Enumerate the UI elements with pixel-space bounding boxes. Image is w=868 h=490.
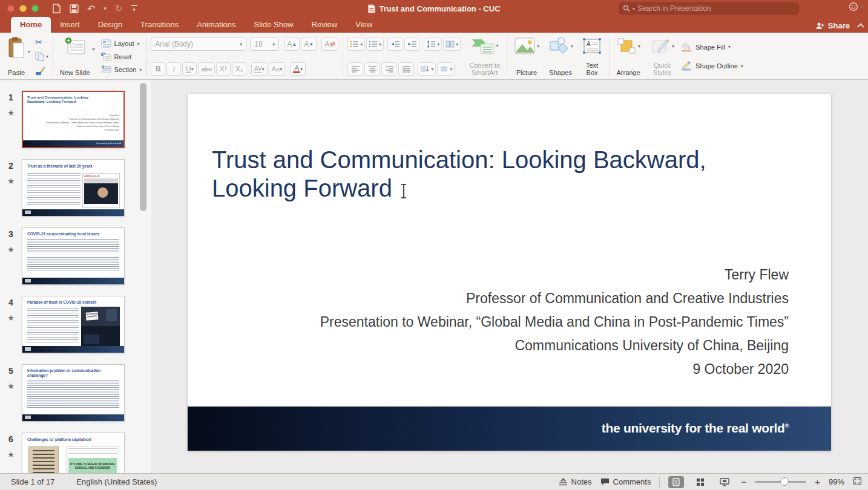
shape-outline-button[interactable]: Shape Outline▾: [682, 60, 743, 72]
tab-transitions[interactable]: Transitions: [131, 17, 188, 33]
slide-sorter-view-button[interactable]: [692, 476, 708, 488]
font-name-combo[interactable]: Arial (Body)▾: [151, 38, 246, 51]
paste-caret[interactable]: ▾: [28, 49, 30, 77]
justify-button[interactable]: [398, 62, 414, 76]
new-document-icon[interactable]: [52, 4, 61, 13]
format-painter-icon[interactable]: [35, 67, 45, 76]
align-text-button[interactable]: ▾: [437, 62, 455, 76]
zoom-slider-thumb[interactable]: [780, 477, 789, 486]
character-spacing-button[interactable]: AV▾: [251, 62, 268, 76]
subscript-button[interactable]: X₂: [232, 62, 246, 76]
slide-4-thumbnail[interactable]: Paradox of trust in COVID-19 context WE …: [22, 296, 125, 353]
search-scope-caret[interactable]: ▾: [633, 6, 635, 11]
slide-subtitle-text[interactable]: Terry Flew Professor of Communication an…: [320, 263, 789, 381]
columns-button[interactable]: ▾: [443, 38, 461, 51]
slide-2-thumbnail[interactable]: Trust as a thematic of last 20 years pol…: [22, 159, 125, 217]
slide-5-thumbnail[interactable]: Information problem or communication cha…: [22, 364, 125, 422]
customize-toolbar-icon[interactable]: ▾: [131, 5, 137, 13]
tab-home[interactable]: Home: [11, 17, 51, 33]
tab-review[interactable]: Review: [303, 17, 347, 33]
shrink-font-button[interactable]: A▼: [301, 38, 317, 51]
zoom-percentage[interactable]: 99%: [829, 477, 844, 486]
shapes-button[interactable]: ▾ Shapes: [545, 36, 576, 77]
normal-view-button[interactable]: [668, 476, 684, 488]
line-spacing-button[interactable]: ▾: [424, 38, 442, 51]
slide-counter[interactable]: Slide 1 of 17: [11, 477, 54, 486]
align-right-button[interactable]: [381, 62, 397, 76]
status-bar: Slide 1 of 17 English (United States) No…: [0, 473, 868, 490]
zoom-in-button[interactable]: +: [815, 477, 820, 487]
shape-fill-button[interactable]: Shape Fill▾: [682, 41, 743, 53]
thumbnail-item-1[interactable]: 1 ★ Trust and Communication: Looking Bac…: [0, 91, 151, 148]
tab-view[interactable]: View: [346, 17, 381, 33]
zoom-slider[interactable]: [755, 481, 806, 483]
clear-formatting-button[interactable]: A: [321, 38, 338, 51]
superscript-button[interactable]: X²: [216, 62, 231, 76]
decrease-indent-button[interactable]: [387, 38, 403, 51]
tab-slide-show[interactable]: Slide Show: [245, 17, 303, 33]
notes-toggle[interactable]: Notes: [559, 477, 592, 486]
cut-icon[interactable]: ✂: [35, 38, 45, 47]
convert-smartart-button[interactable]: ▾ Convert toSmartArt: [467, 36, 502, 77]
text-direction-button[interactable]: ▾: [418, 62, 436, 76]
grow-font-button[interactable]: A▲: [284, 38, 300, 51]
italic-button[interactable]: I: [166, 62, 181, 76]
thumbnail-item-2[interactable]: 2 ★ Trust as a thematic of last 20 years…: [0, 159, 151, 217]
thumbnail-scrollbar[interactable]: [140, 83, 146, 211]
search-field[interactable]: ▾ Search in Presentation: [619, 2, 799, 15]
slideshow-view-button[interactable]: [717, 476, 732, 488]
thumbnail-item-6[interactable]: 6 ★ Challenges to 'platform capitalism' …: [0, 433, 151, 473]
change-case-button[interactable]: Aa▾: [269, 62, 285, 76]
new-slide-caret[interactable]: ▾: [93, 47, 95, 77]
transition-star-icon: ★: [7, 382, 15, 391]
picture-button[interactable]: ▾ Picture: [511, 36, 542, 77]
numbering-button[interactable]: ▾: [366, 38, 384, 51]
minimize-button[interactable]: [19, 5, 27, 12]
tab-design[interactable]: Design: [89, 17, 131, 33]
tab-insert[interactable]: Insert: [51, 17, 89, 33]
fit-to-window-button[interactable]: [853, 477, 862, 488]
font-color-button[interactable]: A ▾: [290, 62, 306, 76]
layout-button[interactable]: Layout▾: [101, 38, 142, 50]
copy-caret[interactable]: ▾: [46, 54, 48, 59]
thumbnail-item-5[interactable]: 5 ★ Information problem or communication…: [0, 364, 151, 422]
thumbnail-item-3[interactable]: 3 ★ COVID-19 as accentuating trust issue…: [0, 227, 151, 285]
language-indicator[interactable]: English (United States): [76, 477, 157, 486]
collapse-ribbon-caret[interactable]: [857, 23, 864, 30]
textbox-button[interactable]: A TextBox: [579, 36, 605, 77]
current-slide[interactable]: Trust and Communication: Looking Backwar…: [188, 94, 831, 451]
slide-title-text[interactable]: Trust and Communication: Looking Backwar…: [212, 146, 793, 203]
font-size-combo[interactable]: 18▾: [250, 38, 279, 51]
thumb4-image: WE DEMAND HAIRCUTS: [81, 307, 120, 347]
align-center-button[interactable]: [364, 62, 380, 76]
quick-styles-button[interactable]: ▾ QuickStyles: [648, 36, 677, 77]
bold-button[interactable]: B: [151, 62, 165, 76]
increase-indent-button[interactable]: [404, 38, 420, 51]
fullscreen-button[interactable]: [31, 5, 39, 12]
copy-icon[interactable]: [35, 52, 45, 61]
arrange-button[interactable]: ▾ Arrange: [614, 36, 643, 77]
bullets-button[interactable]: ▾: [347, 38, 365, 51]
tab-animations[interactable]: Animations: [188, 17, 245, 33]
close-button[interactable]: [7, 5, 15, 12]
thumbnail-item-4[interactable]: 4 ★ Paradox of trust in COVID-19 context…: [0, 296, 151, 353]
section-button[interactable]: Section▾: [101, 64, 142, 76]
save-icon[interactable]: [70, 4, 79, 13]
redo-icon[interactable]: ↻: [115, 3, 123, 14]
strikethrough-button[interactable]: abc: [198, 62, 215, 76]
underline-button[interactable]: U▾: [182, 62, 197, 76]
undo-dropdown-caret[interactable]: ▾: [104, 5, 107, 11]
slide-1-thumbnail[interactable]: Trust and Communication: Looking Backwar…: [22, 91, 125, 148]
slide-6-thumbnail[interactable]: Challenges to 'platform capitalism' IT'S…: [22, 433, 125, 473]
paste-button[interactable]: Paste: [5, 36, 28, 77]
feedback-control[interactable]: ▾: [849, 2, 863, 11]
undo-icon[interactable]: ↶: [87, 3, 95, 15]
slide-3-thumbnail[interactable]: COVID-19 as accentuating trust issues: [22, 227, 125, 285]
quick-styles-label: QuickStyles: [653, 62, 671, 76]
new-slide-button[interactable]: New Slide: [58, 36, 93, 77]
comments-toggle[interactable]: Comments: [600, 477, 651, 486]
align-left-button[interactable]: [347, 62, 363, 76]
zoom-out-button[interactable]: −: [741, 477, 746, 487]
share-button[interactable]: Share: [815, 21, 850, 30]
reset-button[interactable]: Reset: [101, 51, 142, 63]
